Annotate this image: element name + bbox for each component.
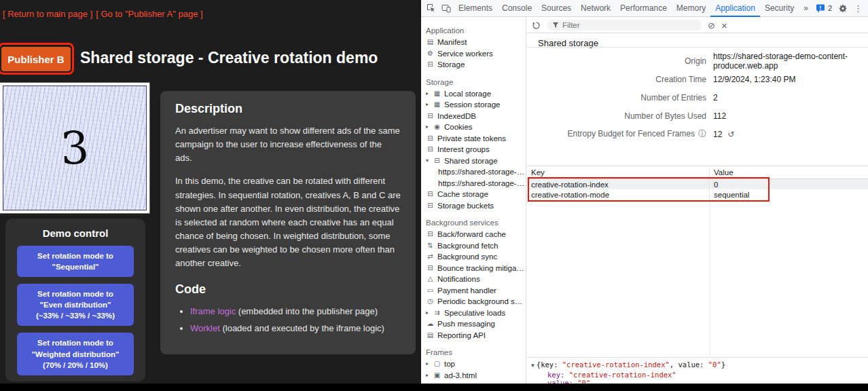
devtools-toolbar-right: 2 ⋮ bbox=[816, 3, 868, 14]
table-body: creative-rotation-index 0 creative-rotat… bbox=[527, 179, 868, 200]
metadata-row: Number of Bytes Used 112 bbox=[527, 107, 868, 125]
sidebar-item-push-messaging[interactable]: Push messaging bbox=[421, 318, 526, 330]
filter-input[interactable] bbox=[562, 21, 685, 29]
sidebar-item-shared-storage-origin-1[interactable]: https://shared-storage-d… bbox=[421, 166, 526, 178]
description-panel: Description An advertiser may want to sh… bbox=[160, 91, 416, 354]
expand-arrow-icon[interactable]: ▸ bbox=[426, 358, 433, 370]
expand-arrow-icon[interactable]: ▸ bbox=[426, 88, 433, 100]
link-go-publisher-a[interactable]: [ Go to "Publisher A" page ] bbox=[96, 9, 202, 19]
sidebar-item-service-workers[interactable]: Service workers bbox=[421, 48, 526, 60]
sidebar-item-icon bbox=[426, 251, 435, 263]
inspect-element-icon[interactable] bbox=[424, 0, 439, 16]
device-toolbar-icon[interactable] bbox=[439, 0, 454, 16]
code-link[interactable]: Iframe logic bbox=[190, 306, 236, 316]
sidebar-item-bounce-tracking[interactable]: Bounce tracking mitiga… bbox=[421, 263, 526, 274]
metadata-row: Origin https://shared-storage-demo-conte… bbox=[527, 52, 868, 70]
link-return-main[interactable]: [ Return to main page ] bbox=[3, 9, 92, 19]
sidebar-item-frame-top[interactable]: ▸ top bbox=[421, 358, 526, 370]
sidebar-item-cache-storage[interactable]: Cache storage bbox=[421, 189, 526, 200]
refresh-icon[interactable] bbox=[532, 21, 541, 30]
sidebar-item-label: Reporting API bbox=[437, 330, 526, 341]
tab-elements[interactable]: Elements bbox=[454, 0, 497, 17]
sidebar-item-icon bbox=[426, 133, 435, 145]
tab-memory[interactable]: Memory bbox=[672, 0, 710, 17]
info-icon[interactable]: ⓘ bbox=[698, 129, 706, 138]
sidebar-item-periodic-background-sync[interactable]: Periodic background s… bbox=[421, 296, 526, 308]
clear-all-icon[interactable]: ⊘ bbox=[708, 21, 715, 30]
metadata-label: Number of Entries bbox=[640, 93, 706, 103]
code-heading: Code bbox=[175, 282, 401, 297]
sidebar-item-manifest[interactable]: Manifest bbox=[421, 37, 526, 48]
sidebar-item-label: Shared storage bbox=[444, 155, 526, 167]
publisher-b-button[interactable]: Publisher B bbox=[1, 47, 71, 71]
sidebar-item-interest-groups[interactable]: Interest groups bbox=[421, 144, 526, 155]
sidebar-item-shared-storage[interactable]: ▾ Shared storage bbox=[421, 155, 526, 167]
sidebar-item-label: Local storage bbox=[444, 88, 526, 100]
sidebar-item-storage[interactable]: Storage bbox=[421, 59, 526, 71]
tab-more[interactable]: » bbox=[799, 0, 813, 17]
description-heading: Description bbox=[175, 102, 401, 116]
sidebar-item-label: Background fetch bbox=[437, 240, 526, 252]
expand-arrow-icon[interactable]: ▸ bbox=[426, 99, 433, 111]
sidebar-item-session-storage[interactable]: ▸ Session storage bbox=[421, 99, 526, 111]
demo-button-weighted[interactable]: Set rotation mode to "Weighted distribut… bbox=[17, 333, 134, 375]
expand-arrow-icon[interactable]: ▼ bbox=[531, 362, 535, 369]
sidebar-item-cookies[interactable]: ▸ Cookies bbox=[421, 122, 526, 133]
metadata-row: Entropy Budget for Fenced Framesⓘ 12 ↺ bbox=[527, 125, 868, 143]
code-link[interactable]: Worklet bbox=[190, 323, 220, 333]
expand-arrow-icon[interactable]: ▸ bbox=[426, 370, 433, 381]
reset-budget-icon[interactable]: ↺ bbox=[727, 130, 734, 139]
tab-performance[interactable]: Performance bbox=[615, 0, 672, 17]
preview-property-row[interactable]: value"0" bbox=[531, 379, 868, 384]
sidebar-item-icon bbox=[426, 37, 435, 48]
table-row[interactable]: creative-rotation-index 0 bbox=[527, 179, 868, 189]
more-options-icon[interactable]: ⋮ bbox=[854, 3, 863, 14]
sidebar-item-icon bbox=[426, 240, 435, 252]
tab-application[interactable]: Application bbox=[710, 0, 760, 17]
sidebar-item-label: Application bbox=[426, 25, 526, 37]
expand-arrow-icon[interactable]: ▾ bbox=[426, 155, 433, 167]
ad-creative-frame[interactable]: 3 bbox=[3, 86, 147, 210]
sidebar-item-speculative-loads[interactable]: ▸ Speculative loads bbox=[421, 308, 526, 319]
demo-button-even[interactable]: Set rotation mode to "Even distribution"… bbox=[17, 284, 134, 326]
sidebar-item-back-forward-cache[interactable]: Back/forward cache bbox=[421, 229, 526, 240]
preview-summary-line[interactable]: ▼{key"creative-rotation-index"value"0"} bbox=[531, 360, 868, 371]
issues-button[interactable]: 2 bbox=[816, 4, 832, 13]
sidebar-item-label: Notifications bbox=[437, 274, 526, 285]
sidebar-item-frame-ad3[interactable]: ▸ ad-3.html bbox=[421, 370, 526, 381]
close-icon[interactable]: × bbox=[721, 20, 727, 31]
table-row[interactable]: creative-rotation-mode sequential bbox=[527, 189, 868, 200]
sidebar-item-indexeddb[interactable]: IndexedDB bbox=[421, 111, 526, 122]
tab-security[interactable]: Security bbox=[760, 0, 799, 17]
preview-property-row[interactable]: key"creative-rotation-index" bbox=[531, 371, 868, 379]
sidebar-item-label: Service workers bbox=[437, 48, 526, 60]
column-header-key[interactable]: Key bbox=[527, 168, 710, 177]
sidebar-item-notifications[interactable]: Notifications bbox=[421, 274, 526, 285]
demo-button-sequential[interactable]: Set rotation mode to "Sequential" bbox=[17, 246, 134, 277]
preview-prop-name: value bbox=[547, 379, 577, 384]
expand-arrow-icon[interactable]: ▸ bbox=[426, 122, 433, 133]
sidebar-item-reporting-api[interactable]: Reporting API bbox=[421, 330, 526, 341]
sidebar-item-icon bbox=[433, 155, 441, 167]
cell-value: 0 bbox=[710, 180, 868, 189]
code-bullet: Iframe logic (embedded into the publishe… bbox=[190, 305, 401, 318]
sidebar-item-icon bbox=[433, 370, 441, 381]
sidebar-item-label: Storage bbox=[426, 77, 526, 88]
metadata-row: Creation Time 12/9/2024, 1:23:40 PM bbox=[527, 70, 868, 88]
sidebar-item-payment-handler[interactable]: Payment handler bbox=[421, 285, 526, 297]
expand-arrow-icon[interactable]: ▸ bbox=[426, 308, 433, 319]
sidebar-item-storage-buckets[interactable]: Storage buckets bbox=[421, 200, 526, 212]
settings-gear-icon[interactable] bbox=[838, 3, 848, 13]
sidebar-section-storage: Storage bbox=[421, 77, 526, 88]
sidebar-item-shared-storage-origin-2[interactable]: https://shared-storage-d… bbox=[421, 178, 526, 189]
tab-console[interactable]: Console bbox=[497, 0, 537, 17]
preview-prop-value: "0" bbox=[708, 360, 721, 369]
sidebar-item-background-sync[interactable]: Background sync bbox=[421, 251, 526, 263]
column-header-value[interactable]: Value bbox=[710, 168, 868, 177]
sidebar-item-private-state-tokens[interactable]: Private state tokens bbox=[421, 133, 526, 145]
sidebar-item-label: Background sync bbox=[437, 251, 526, 263]
tab-sources[interactable]: Sources bbox=[537, 0, 576, 17]
sidebar-item-local-storage[interactable]: ▸ Local storage bbox=[421, 88, 526, 100]
tab-network[interactable]: Network bbox=[576, 0, 615, 17]
sidebar-item-background-fetch[interactable]: Background fetch bbox=[421, 240, 526, 252]
